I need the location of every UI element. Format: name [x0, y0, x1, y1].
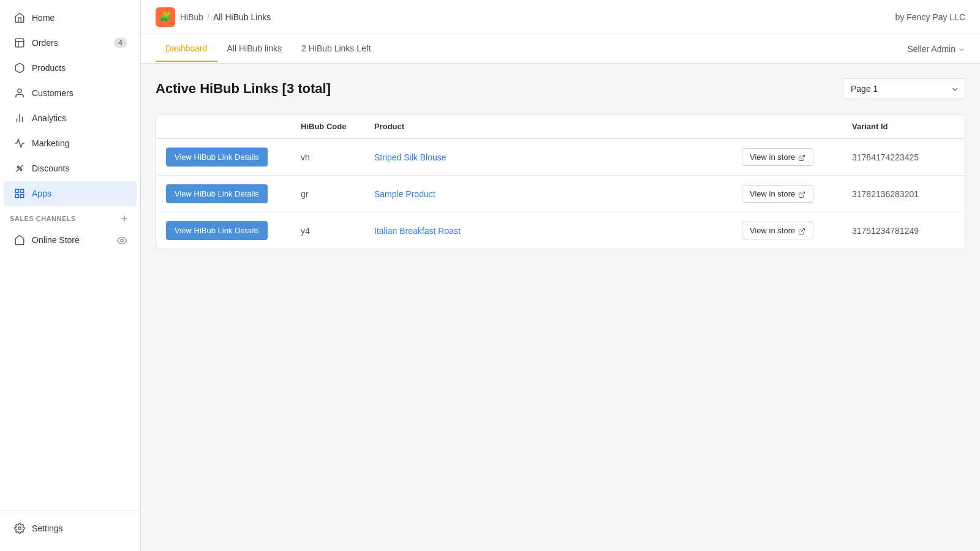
settings-icon	[13, 522, 26, 534]
sidebar-item-apps[interactable]: Apps	[4, 181, 137, 206]
view-in-store-button-1[interactable]: View in store	[742, 148, 813, 166]
links-table: HiBub Code Product Variant Id View HiBub…	[156, 114, 965, 249]
row-2-action-cell: View HiBub Link Details	[156, 176, 291, 212]
table-body: View HiBub Link Details vh Striped Silk …	[156, 139, 965, 249]
view-in-store-label-3: View in store	[750, 226, 795, 235]
sidebar-item-home[interactable]: Home	[4, 6, 137, 30]
by-text: by Fency Pay LLC	[895, 12, 965, 22]
sidebar-item-home-label: Home	[32, 13, 127, 23]
app-logo: 🧩	[156, 7, 175, 27]
analytics-icon	[13, 112, 26, 124]
sidebar-nav: Home Orders 4 Products Customers	[0, 0, 140, 505]
view-hibub-link-details-button-2[interactable]: View HiBub Link Details	[166, 184, 268, 203]
view-in-store-label-2: View in store	[750, 189, 795, 198]
view-hibub-link-details-button-1[interactable]: View HiBub Link Details	[166, 148, 268, 167]
header-right: by Fency Pay LLC	[895, 12, 965, 22]
store-icon	[13, 234, 26, 246]
sidebar-item-discounts-label: Discounts	[32, 163, 127, 173]
col-product: Product	[364, 114, 732, 139]
orders-badge: 4	[114, 38, 127, 48]
table-row: View HiBub Link Details gr Sample Produc…	[156, 176, 965, 212]
tabs-right: Seller Admin	[907, 44, 965, 54]
sidebar-item-online-store-label: Online Store	[32, 235, 111, 245]
view-in-store-button-2[interactable]: View in store	[742, 185, 813, 203]
chevron-down-icon[interactable]	[958, 44, 965, 54]
row-1-product: Striped Silk Blouse	[364, 139, 732, 176]
sidebar-item-customers[interactable]: Customers	[4, 81, 137, 105]
breadcrumb-parent[interactable]: HiBub	[180, 12, 203, 22]
svg-rect-9	[21, 189, 24, 192]
sidebar-item-products[interactable]: Products	[4, 56, 137, 80]
svg-point-15	[18, 527, 21, 530]
svg-rect-10	[21, 195, 24, 198]
sidebar-item-analytics[interactable]: Analytics	[4, 106, 137, 130]
page-select[interactable]: Page 1	[843, 78, 965, 99]
col-view-store	[732, 114, 842, 139]
sidebar-item-online-store[interactable]: Online Store	[4, 228, 137, 252]
view-hibub-link-details-button-3[interactable]: View HiBub Link Details	[166, 221, 268, 240]
product-link-3[interactable]: Italian Breakfast Roast	[374, 226, 461, 236]
svg-line-17	[801, 192, 805, 195]
product-link-2[interactable]: Sample Product	[374, 189, 435, 199]
page-content: Active HiBub Links [3 total] Page 1 HiBu…	[141, 64, 980, 551]
svg-rect-0	[15, 39, 24, 47]
row-1-view-store-cell: View in store	[732, 139, 842, 176]
svg-line-18	[801, 228, 805, 232]
breadcrumb-separator: /	[207, 12, 209, 22]
tab-all-hibub-links[interactable]: All HiBub links	[217, 36, 292, 62]
discounts-icon	[13, 162, 26, 174]
row-2-variant-id: 31782136283201	[842, 176, 965, 212]
seller-admin-label: Seller Admin	[907, 44, 956, 54]
eye-icon[interactable]	[117, 234, 127, 245]
svg-rect-8	[15, 189, 18, 192]
row-3-view-store-cell: View in store	[732, 212, 842, 249]
external-link-icon	[798, 189, 805, 198]
product-link-1[interactable]: Striped Silk Blouse	[374, 152, 447, 162]
tabs-left: Dashboard All HiBub links 2 HiBub Links …	[156, 36, 381, 61]
breadcrumb: HiBub / All HiBub Links	[180, 12, 271, 22]
svg-point-5	[17, 166, 19, 168]
sidebar-item-products-label: Products	[32, 63, 127, 73]
sidebar-item-marketing-label: Marketing	[32, 138, 127, 148]
sidebar-footer: Settings	[0, 510, 140, 551]
sidebar-item-settings[interactable]: Settings	[4, 516, 137, 541]
sidebar-item-marketing[interactable]: Marketing	[4, 131, 137, 156]
table-row: View HiBub Link Details y4 Italian Break…	[156, 212, 965, 249]
products-icon	[13, 62, 26, 74]
svg-point-1	[18, 89, 21, 92]
customers-icon	[13, 87, 26, 99]
svg-point-6	[20, 169, 22, 171]
col-variant-id: Variant Id	[842, 114, 965, 139]
sidebar-item-orders[interactable]: Orders 4	[4, 31, 137, 55]
view-in-store-button-3[interactable]: View in store	[742, 222, 813, 239]
tab-links-left[interactable]: 2 HiBub Links Left	[292, 36, 381, 62]
breadcrumb-current: All HiBub Links	[213, 12, 271, 22]
svg-point-14	[121, 239, 123, 242]
row-2-product: Sample Product	[364, 176, 732, 212]
view-in-store-label-1: View in store	[750, 152, 795, 162]
row-1-variant-id: 31784174223425	[842, 139, 965, 176]
sidebar-item-discounts[interactable]: Discounts	[4, 156, 137, 181]
sales-channels-section: SALES CHANNELS	[0, 206, 140, 227]
row-1-hibub-code: vh	[291, 139, 364, 176]
svg-line-16	[801, 155, 805, 159]
app-header: 🧩 HiBub / All HiBub Links by Fency Pay L…	[141, 0, 980, 34]
settings-label: Settings	[32, 523, 127, 533]
row-3-action-cell: View HiBub Link Details	[156, 212, 291, 249]
external-link-icon	[798, 226, 805, 235]
add-sales-channel-button[interactable]	[118, 212, 130, 225]
row-3-hibub-code: y4	[291, 212, 364, 249]
tab-bar: Dashboard All HiBub links 2 HiBub Links …	[141, 34, 980, 64]
home-icon	[13, 12, 26, 24]
sidebar-item-analytics-label: Analytics	[32, 113, 127, 123]
sidebar-item-customers-label: Customers	[32, 88, 127, 98]
table-row: View HiBub Link Details vh Striped Silk …	[156, 139, 965, 176]
orders-icon	[13, 37, 26, 49]
tab-dashboard[interactable]: Dashboard	[156, 36, 217, 62]
table-header: HiBub Code Product Variant Id	[156, 114, 965, 139]
sales-channels-label: SALES CHANNELS	[10, 215, 76, 222]
row-3-variant-id: 31751234781249	[842, 212, 965, 249]
row-2-view-store-cell: View in store	[732, 176, 842, 212]
sidebar-item-apps-label: Apps	[32, 189, 127, 198]
page-header: Active HiBub Links [3 total] Page 1	[156, 78, 965, 99]
